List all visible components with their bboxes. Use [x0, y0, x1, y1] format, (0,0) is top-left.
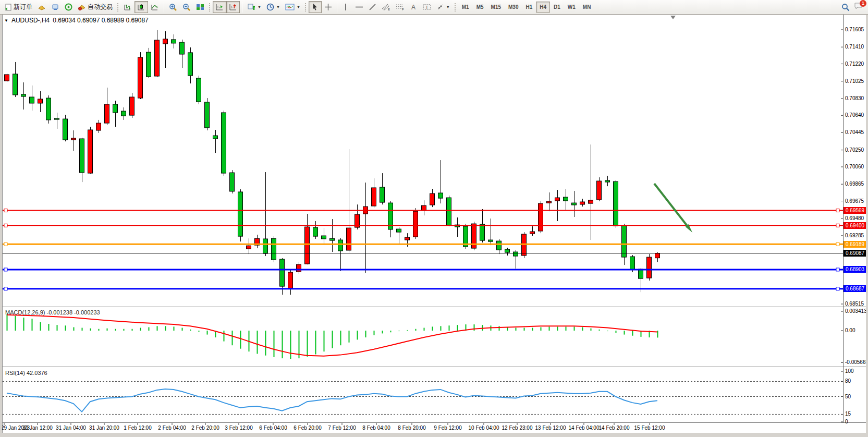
hline-handle[interactable] — [836, 287, 839, 290]
zoom-in-button[interactable] — [166, 1, 180, 13]
rsi-label: RSI(14) 42.0376 — [5, 370, 47, 376]
candle-18 — [155, 40, 160, 76]
candle-34 — [288, 272, 293, 288]
hline-handle[interactable] — [836, 268, 839, 271]
periods-button[interactable]: ▼ — [264, 1, 283, 13]
fibonacci-icon: F — [396, 3, 405, 11]
horizontal-lines[interactable] — [3, 209, 843, 290]
timeframe-button-m5[interactable]: M5 — [473, 2, 487, 13]
candle-28 — [238, 192, 243, 236]
svg-text:T: T — [425, 5, 429, 10]
timeframe-button-m30[interactable]: M30 — [505, 2, 522, 13]
timeframe-button-m15[interactable]: M15 — [487, 2, 505, 13]
collapse-arrow-icon[interactable]: ▼ — [4, 18, 8, 23]
timeframe-button-m1[interactable]: M1 — [458, 2, 473, 13]
hline-handle[interactable] — [836, 224, 839, 227]
chart-shift-button[interactable] — [226, 1, 240, 13]
hline-handle[interactable] — [4, 268, 7, 271]
zoom-out-button[interactable] — [180, 1, 193, 13]
candle-29 — [247, 246, 251, 249]
new-chart-button[interactable]: ▼ — [244, 1, 264, 13]
candle-22 — [188, 53, 193, 76]
candle-5 — [46, 98, 51, 120]
candlestick-series — [5, 30, 660, 295]
horizontal-line-tool-button[interactable] — [352, 1, 366, 13]
candle-4 — [38, 99, 43, 103]
market-watch-button[interactable] — [48, 1, 62, 13]
line-chart-button[interactable] — [148, 1, 162, 13]
candle-21 — [180, 42, 185, 54]
chart-canvas[interactable] — [0, 0, 868, 437]
bar-chart-button[interactable] — [121, 1, 135, 13]
candle-69 — [580, 202, 585, 204]
symbol-title: AUDUSD-,H4 — [11, 17, 50, 24]
chevron-down-icon: ▼ — [258, 5, 261, 9]
candle-13 — [113, 104, 118, 113]
svg-text:F: F — [402, 8, 404, 11]
timeframe-button-h1[interactable]: H1 — [522, 2, 536, 13]
new-order-label: 新订单 — [14, 3, 32, 11]
macd-value-main: -0.001238 — [46, 309, 72, 315]
candle-63 — [530, 232, 535, 234]
timeframe-group: M1M5M15M30H1H4D1W1MN — [458, 2, 595, 13]
vertical-line-icon — [343, 3, 349, 11]
trendline-tool-button[interactable] — [366, 1, 379, 13]
chart-shift-icon — [229, 3, 237, 11]
timeframe-button-mn[interactable]: MN — [579, 2, 595, 13]
candle-3 — [30, 97, 34, 103]
crosshair-button[interactable] — [322, 1, 335, 13]
candle-64 — [539, 203, 543, 231]
template-icon — [285, 3, 295, 11]
candle-52 — [438, 193, 443, 198]
search-icon[interactable] — [841, 3, 850, 11]
toolbar-drag-handle — [454, 3, 457, 12]
autotrade-button[interactable]: 自动交易 — [75, 1, 115, 13]
new-order-button[interactable]: 新订单 — [2, 1, 35, 13]
candle-58 — [488, 240, 493, 241]
signals-button[interactable] — [62, 1, 75, 13]
timeframe-button-w1[interactable]: W1 — [564, 2, 579, 13]
timeframe-button-h4[interactable]: H4 — [536, 2, 550, 13]
candle-60 — [505, 249, 510, 252]
auto-scroll-button[interactable] — [213, 1, 226, 13]
tile-windows-button[interactable] — [193, 1, 207, 13]
hline-handle[interactable] — [4, 242, 7, 246]
chevron-down-icon: ▼ — [276, 5, 280, 9]
hline-handle[interactable] — [4, 209, 7, 212]
chevron-down-icon: ▼ — [297, 5, 300, 9]
hline-handle[interactable] — [4, 224, 7, 227]
ohlc-values: 0.69034 0.69097 0.68989 0.69087 — [53, 17, 149, 24]
timeframe-button-d1[interactable]: D1 — [550, 2, 564, 13]
clock-icon — [266, 3, 274, 11]
candle-25 — [213, 136, 218, 139]
candle-15 — [130, 97, 135, 115]
trend-arrow-line[interactable] — [654, 184, 689, 228]
channel-tool-button[interactable]: E — [379, 1, 393, 13]
trendline-icon — [369, 3, 376, 11]
text-tool-button[interactable]: A — [407, 1, 420, 13]
chat-button[interactable]: 1 — [854, 2, 863, 12]
hline-handle[interactable] — [836, 242, 839, 246]
candle-49 — [413, 211, 418, 237]
svg-text:E: E — [388, 8, 390, 11]
candle-73 — [614, 181, 618, 226]
chart-shift-marker[interactable] — [670, 16, 676, 19]
candle-26 — [222, 113, 226, 173]
charts-button[interactable] — [35, 1, 48, 13]
candlestick-chart-button[interactable] — [135, 1, 148, 13]
candle-12 — [105, 104, 109, 123]
crosshair-icon — [324, 3, 332, 11]
hline-handle[interactable] — [836, 209, 839, 212]
templates-button[interactable]: ▼ — [283, 1, 303, 13]
cursor-button[interactable] — [309, 1, 322, 13]
text-label-tool-button[interactable]: T — [420, 1, 434, 13]
candle-16 — [138, 57, 143, 98]
fibonacci-tool-button[interactable]: F — [393, 1, 407, 13]
vertical-line-tool-button[interactable] — [339, 1, 352, 13]
toolbar-separator — [164, 2, 164, 13]
candle-77 — [647, 257, 652, 278]
signal-icon — [65, 3, 72, 11]
arrows-tool-button[interactable]: ▼ — [434, 1, 453, 13]
hline-handle[interactable] — [4, 287, 7, 290]
arrow-objects-icon — [436, 3, 444, 11]
